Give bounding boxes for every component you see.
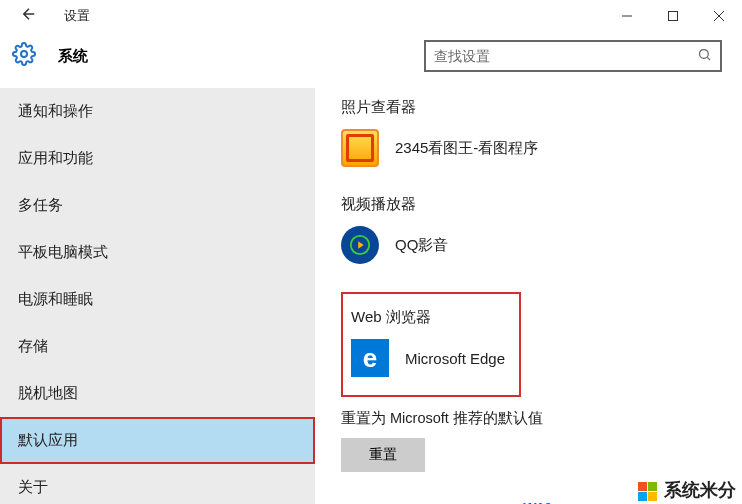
sidebar-item-label: 应用和功能 — [18, 149, 93, 166]
close-button[interactable] — [696, 0, 742, 32]
watermark: 系统米分 www.win7999.com — [638, 478, 736, 502]
sidebar-item-notifications[interactable]: 通知和操作 — [0, 88, 315, 135]
page-title: 系统 — [58, 47, 88, 66]
svg-line-6 — [707, 57, 710, 60]
svg-point-5 — [700, 49, 709, 58]
reset-text: 重置为 Microsoft 推荐的默认值 — [341, 409, 742, 428]
sidebar-item-label: 关于 — [18, 478, 48, 495]
back-button[interactable] — [12, 1, 46, 32]
svg-rect-1 — [669, 12, 678, 21]
reset-button[interactable]: 重置 — [341, 438, 425, 472]
watermark-text: 系统米分 — [664, 480, 736, 500]
app-row-browser[interactable]: e Microsoft Edge — [351, 339, 505, 377]
app-name-photo: 2345看图王-看图程序 — [395, 139, 538, 158]
sidebar: 通知和操作 应用和功能 多任务 平板电脑模式 电源和睡眠 存储 脱机地图 默认应… — [0, 88, 315, 504]
microsoft-logo-icon — [638, 482, 657, 501]
search-icon — [697, 47, 712, 66]
sidebar-item-label: 通知和操作 — [18, 102, 93, 119]
app-icon-qq — [341, 226, 379, 264]
sidebar-item-label: 电源和睡眠 — [18, 290, 93, 307]
search-input[interactable] — [434, 48, 697, 64]
search-box[interactable] — [424, 40, 722, 72]
sidebar-item-storage[interactable]: 存储 — [0, 323, 315, 370]
sidebar-item-label: 多任务 — [18, 196, 63, 213]
app-name-video: QQ影音 — [395, 236, 448, 255]
window-title: 设置 — [64, 7, 90, 25]
gear-icon — [12, 42, 36, 70]
maximize-button[interactable] — [650, 0, 696, 32]
sidebar-item-label: 存储 — [18, 337, 48, 354]
app-row-photo[interactable]: 2345看图王-看图程序 — [341, 129, 742, 167]
minimize-button[interactable] — [604, 0, 650, 32]
sidebar-item-apps[interactable]: 应用和功能 — [0, 135, 315, 182]
sidebar-item-tablet[interactable]: 平板电脑模式 — [0, 229, 315, 276]
app-icon-2345 — [341, 129, 379, 167]
watermark-w: W10 — [523, 500, 552, 504]
svg-marker-8 — [358, 241, 364, 248]
sidebar-item-maps[interactable]: 脱机地图 — [0, 370, 315, 417]
section-video-player: 视频播放器 — [341, 195, 742, 214]
sidebar-item-label: 平板电脑模式 — [18, 243, 108, 260]
sidebar-item-power[interactable]: 电源和睡眠 — [0, 276, 315, 323]
section-web-browser: Web 浏览器 — [351, 308, 505, 327]
app-name-browser: Microsoft Edge — [405, 350, 505, 367]
highlight-web-browser: Web 浏览器 e Microsoft Edge — [341, 292, 521, 397]
section-photo-viewer: 照片查看器 — [341, 98, 742, 117]
app-icon-edge: e — [351, 339, 389, 377]
main-panel: 照片查看器 2345看图王-看图程序 视频播放器 QQ影音 Web 浏览器 e … — [315, 88, 742, 504]
sidebar-item-multitask[interactable]: 多任务 — [0, 182, 315, 229]
sidebar-item-label: 脱机地图 — [18, 384, 78, 401]
reset-section: 重置为 Microsoft 推荐的默认值 重置 — [341, 409, 742, 472]
sidebar-item-about[interactable]: 关于 — [0, 464, 315, 504]
sidebar-item-default-apps[interactable]: 默认应用 — [0, 417, 315, 464]
app-row-video[interactable]: QQ影音 — [341, 226, 742, 264]
svg-point-4 — [21, 51, 27, 57]
sidebar-item-label: 默认应用 — [18, 431, 78, 448]
